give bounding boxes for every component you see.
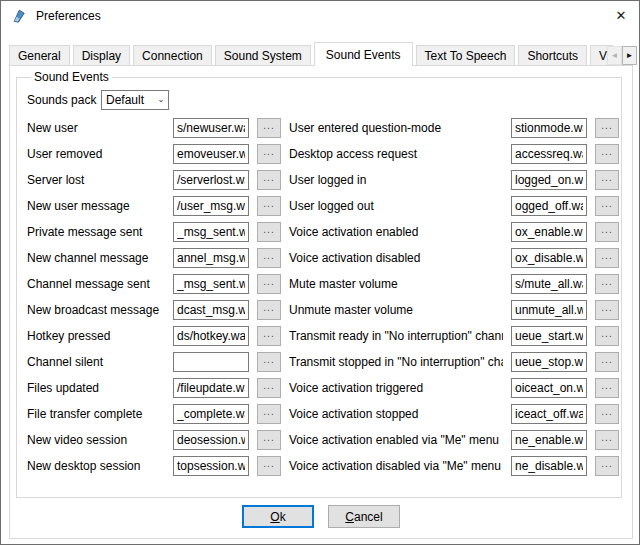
browse-button[interactable]: ... [257, 118, 281, 138]
sound-file-input[interactable] [511, 430, 587, 450]
browse-button[interactable]: ... [595, 196, 619, 216]
event-label: File transfer complete [27, 407, 165, 421]
sound-file-input[interactable] [173, 274, 249, 294]
browse-button[interactable]: ... [595, 274, 619, 294]
arrow-right-icon: ► [626, 51, 634, 60]
browse-button[interactable]: ... [595, 456, 619, 476]
browse-button[interactable]: ... [257, 430, 281, 450]
browse-button[interactable]: ... [595, 326, 619, 346]
chevron-down-icon: ⌄ [154, 95, 168, 104]
browse-button[interactable]: ... [595, 404, 619, 424]
sound-event-row: Server lost...User logged in... [27, 167, 621, 193]
sound-file-input[interactable] [511, 222, 587, 242]
event-label: Mute master volume [289, 277, 503, 291]
tab-scrollers: ◄ ► [607, 46, 637, 65]
event-label: Transmit ready in "No interruption" chan… [289, 329, 503, 343]
browse-button[interactable]: ... [257, 378, 281, 398]
browse-button[interactable]: ... [595, 352, 619, 372]
sound-file-input[interactable] [173, 404, 249, 424]
event-label: Voice activation disabled via "Me" menu [289, 459, 503, 473]
tab-strip: GeneralDisplayConnectionSound SystemSoun… [9, 42, 613, 66]
tab-general[interactable]: General [9, 45, 70, 65]
event-label: Unmute master volume [289, 303, 503, 317]
sound-file-input[interactable] [173, 196, 249, 216]
tab-scroll-left-button[interactable]: ◄ [607, 46, 622, 65]
sound-event-row: User removed...Desktop access request... [27, 141, 621, 167]
event-label: Channel message sent [27, 277, 165, 291]
tab-text-to-speech[interactable]: Text To Speech [416, 45, 516, 65]
browse-button[interactable]: ... [257, 248, 281, 268]
sound-file-input[interactable] [511, 456, 587, 476]
browse-button[interactable]: ... [257, 326, 281, 346]
browse-button[interactable]: ... [595, 248, 619, 268]
sound-events-groupbox: Sound Events Sounds pack Default ⌄ New u… [16, 70, 622, 498]
sound-file-input[interactable] [511, 300, 587, 320]
browse-button[interactable]: ... [257, 196, 281, 216]
sound-event-rows: New user...User entered question-mode...… [27, 115, 621, 479]
event-label: Voice activation stopped [289, 407, 503, 421]
sound-file-input[interactable] [511, 378, 587, 398]
browse-button[interactable]: ... [595, 118, 619, 138]
browse-button[interactable]: ... [257, 456, 281, 476]
event-label: New user message [27, 199, 165, 213]
browse-button[interactable]: ... [257, 222, 281, 242]
sound-file-input[interactable] [511, 118, 587, 138]
sound-file-input[interactable] [173, 300, 249, 320]
sound-file-input[interactable] [173, 352, 249, 372]
browse-button[interactable]: ... [257, 144, 281, 164]
app-icon [11, 8, 27, 24]
sound-file-input[interactable] [511, 248, 587, 268]
tab-sound-system[interactable]: Sound System [215, 45, 311, 65]
sound-file-input[interactable] [173, 326, 249, 346]
event-label: Voice activation enabled [289, 225, 503, 239]
sounds-pack-select[interactable]: Default ⌄ [101, 90, 169, 110]
browse-button[interactable]: ... [257, 404, 281, 424]
ok-button[interactable]: Ok [242, 505, 314, 528]
browse-button[interactable]: ... [595, 378, 619, 398]
cancel-button[interactable]: Cancel [328, 505, 400, 528]
sound-event-row: New channel message...Voice activation d… [27, 245, 621, 271]
browse-button[interactable]: ... [595, 144, 619, 164]
browse-button[interactable]: ... [595, 170, 619, 190]
close-button[interactable]: ✕ [603, 1, 639, 30]
sound-file-input[interactable] [173, 170, 249, 190]
tab-sound-events[interactable]: Sound Events [314, 42, 413, 66]
browse-button[interactable]: ... [257, 274, 281, 294]
sound-event-row: New desktop session...Voice activation d… [27, 453, 621, 479]
sound-file-input[interactable] [173, 378, 249, 398]
sound-file-input[interactable] [511, 170, 587, 190]
browse-button[interactable]: ... [595, 430, 619, 450]
sound-event-row: New video session...Voice activation ena… [27, 427, 621, 453]
event-label: User logged in [289, 173, 503, 187]
sound-file-input[interactable] [173, 430, 249, 450]
browse-button[interactable]: ... [257, 300, 281, 320]
event-label: User entered question-mode [289, 121, 503, 135]
sound-event-row: File transfer complete...Voice activatio… [27, 401, 621, 427]
sound-file-input[interactable] [173, 144, 249, 164]
sound-file-input[interactable] [511, 404, 587, 424]
browse-button[interactable]: ... [595, 300, 619, 320]
tab-label-general: General [18, 49, 61, 63]
tab-scroll-right-button[interactable]: ► [622, 46, 637, 65]
event-label: Server lost [27, 173, 165, 187]
browse-button[interactable]: ... [257, 170, 281, 190]
sound-file-input[interactable] [173, 222, 249, 242]
sound-file-input[interactable] [511, 326, 587, 346]
tab-shortcuts[interactable]: Shortcuts [518, 45, 587, 65]
tab-connection[interactable]: Connection [133, 45, 212, 65]
event-label: Transmit stopped in "No interruption" ch… [289, 355, 503, 369]
sound-file-input[interactable] [173, 248, 249, 268]
sound-file-input[interactable] [173, 456, 249, 476]
tab-display[interactable]: Display [73, 45, 130, 65]
event-label: User removed [27, 147, 165, 161]
sound-file-input[interactable] [511, 352, 587, 372]
event-label: Voice activation disabled [289, 251, 503, 265]
sound-file-input[interactable] [173, 118, 249, 138]
browse-button[interactable]: ... [257, 352, 281, 372]
sound-file-input[interactable] [511, 196, 587, 216]
browse-button[interactable]: ... [595, 222, 619, 242]
event-label: Hotkey pressed [27, 329, 165, 343]
sound-file-input[interactable] [511, 274, 587, 294]
sound-file-input[interactable] [511, 144, 587, 164]
tab-label-connection: Connection [142, 49, 203, 63]
